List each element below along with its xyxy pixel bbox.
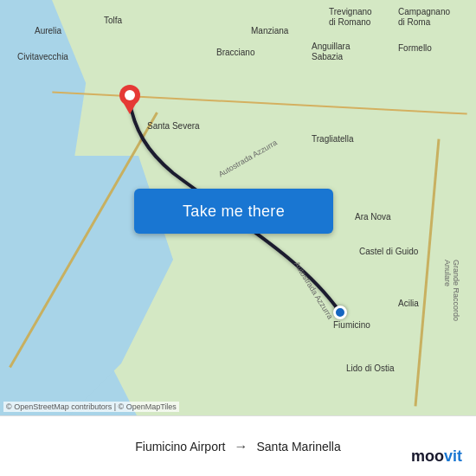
road-label-gra: Grande RaccordoAnulare — [443, 260, 460, 321]
town-formello: Formello — [398, 43, 432, 53]
town-lido: Lido di Ostia — [346, 363, 395, 373]
button-label: Take me there — [183, 203, 285, 221]
town-santa-severa: Santa Severa — [147, 121, 200, 131]
town-acilia: Acilia — [398, 299, 419, 308]
destination-marker — [119, 85, 140, 113]
town-ara-nova: Ara Nova — [355, 212, 391, 222]
town-castel-guido: Castel di Guido — [359, 247, 418, 256]
take-me-there-button[interactable]: Take me there — [134, 189, 333, 234]
town-civitavecchia: Civitavecchia — [17, 52, 68, 61]
route-arrow: → — [234, 439, 248, 454]
town-campagnano: Campagnanodi Roma — [398, 7, 450, 28]
town-fiumicino: Fiumicino — [333, 320, 370, 330]
moovit-logo: moovit — [411, 447, 462, 466]
town-anguillara: AnguillaraSabazia — [312, 42, 350, 62]
map-attribution: © OpenStreetMap contributors | © OpenMap… — [3, 402, 179, 412]
town-trevignano: Trevignanodi Romano — [329, 7, 372, 28]
town-manziana: Manziana — [251, 26, 288, 35]
town-aurelia: Aurelia — [35, 26, 61, 35]
map-container: Civitavecchia Aurelia Tolfa Santa Severa… — [0, 0, 476, 415]
town-tragliatella: Tragliatella — [312, 134, 354, 144]
town-tolfa: Tolfa — [104, 16, 122, 25]
route-to: Santa Marinella — [256, 440, 340, 453]
footer: Fiumicino Airport → Santa Marinella moov… — [0, 415, 476, 476]
svg-marker-2 — [123, 102, 137, 114]
route-from: Fiumicino Airport — [135, 440, 225, 453]
svg-point-1 — [125, 90, 135, 100]
town-bracciano: Bracciano — [216, 48, 254, 57]
origin-marker — [333, 306, 347, 319]
route-info: Fiumicino Airport → Santa Marinella — [14, 439, 462, 454]
